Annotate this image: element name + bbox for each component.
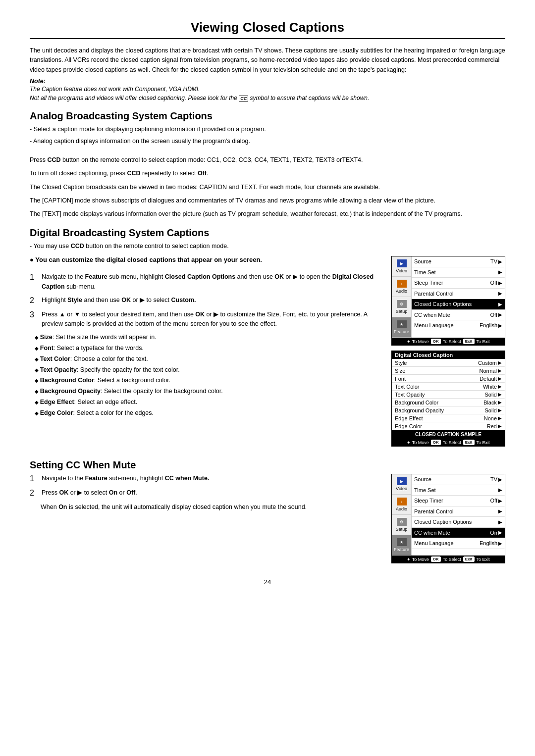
step-2-text: Highlight Style and then use OK or ▶ to …	[42, 296, 196, 306]
setting-cc-text: 1 Navigate to the Feature sub-menu, high…	[30, 474, 381, 568]
digital-section-title: Digital Broadcasting System Captions	[30, 227, 505, 239]
digital-section-body: ● You can customize the digital closed c…	[30, 256, 505, 452]
icon-video-1[interactable]: ▶ Video	[392, 256, 411, 277]
digital-step-1: 1 Navigate to the Feature sub-menu, high…	[30, 272, 381, 292]
menu-row-ccmute-2: CC when Mute On ▶	[412, 528, 505, 539]
analog-para4: The [CAPTION] mode shows subscripts of d…	[30, 196, 505, 205]
menu-footer-2: ✦ To Move OK To Select Exit To Exit	[392, 555, 505, 563]
setting-section: Setting CC When Mute 1 Navigate to the F…	[30, 459, 505, 568]
icon-audio-1[interactable]: ♪ Audio	[392, 277, 411, 297]
cc-options-label-2: Closed Caption Options	[414, 518, 472, 526]
icon-feature-2[interactable]: ★ Feature	[392, 535, 411, 555]
dcc-edgecolor-value: Red ▶	[487, 423, 502, 429]
setting-para: When On is selected, the unit will autom…	[30, 503, 381, 512]
digital-bullet-bold: ● You can customize the digital closed c…	[30, 256, 381, 263]
dcc-exit-btn: Exit	[463, 440, 475, 445]
menu-icons-2: ▶ Video ♪ Audio ⚙ Setup ★	[392, 474, 412, 555]
icon-setup-2[interactable]: ⚙ Setup	[392, 515, 411, 535]
footer-select-2: To Select	[443, 557, 461, 562]
ccmute-value-1: Off ▶	[490, 311, 502, 319]
digital-sub: - You may use CCD button on the remote c…	[30, 242, 505, 251]
note-line-1: The Caption feature does not work with C…	[30, 85, 505, 94]
option-font: Font: Select a typeface for the words.	[30, 344, 381, 353]
dcc-textopacity-value: Solid ▶	[485, 392, 502, 398]
digital-step-3: 3 Press ▲ or ▼ to select your desired it…	[30, 310, 381, 329]
audio-icon-box: ♪	[397, 280, 407, 288]
dcc-size-value: Normal ▶	[480, 368, 502, 374]
ok-btn-2: OK	[431, 556, 441, 562]
step-num-2: 2	[30, 296, 38, 306]
analog-bullet-2: - Analog caption displays information on…	[30, 137, 505, 146]
menu-icons-1: ▶ Video ♪ Audio ⚙ Setup ★ Feature	[392, 256, 412, 338]
video-label-2: Video	[396, 486, 407, 491]
dcc-row-font: Font Default ▶	[392, 375, 505, 383]
dcc-style-value: Custom ▶	[478, 360, 502, 366]
menu-row-source-1: Source TV ▶	[412, 256, 505, 267]
audio-label-1: Audio	[396, 289, 407, 294]
parental-label-1: Parental Control	[414, 290, 454, 298]
dcc-row-style: Style Custom ▶	[392, 359, 505, 367]
menu-row-parental-1: Parental Control ▶	[412, 289, 505, 300]
dcc-bgcolor-value: Black ▶	[483, 400, 502, 405]
analog-para5: The [TEXT] mode displays various informa…	[30, 209, 505, 219]
setting-step-2-text: Press OK or ▶ to select On or Off.	[42, 488, 137, 499]
menu-panel-2: ▶ Video ♪ Audio ⚙ Setup ★	[391, 474, 505, 563]
exit-btn-2: Exit	[463, 556, 475, 562]
setting-cc-flex: 1 Navigate to the Feature sub-menu, high…	[30, 474, 505, 568]
cc-options-label-1: Closed Caption Options	[414, 300, 472, 308]
intro-text: The unit decodes and displays the closed…	[30, 46, 505, 75]
analog-para2: To turn off closed captioning, press CCD…	[30, 169, 505, 178]
menu-row-cc-options-1: Closed Caption Options ▶	[412, 299, 505, 310]
menu-row-source-2: Source TV ▶	[412, 474, 505, 485]
setting-step-num-1: 1	[30, 474, 38, 484]
dcc-row-textopacity: Text Opacity Solid ▶	[392, 391, 505, 399]
note-label: Note:	[30, 78, 505, 85]
dcc-footer-exit: To Exit	[477, 440, 490, 445]
lang-value-2: English ▶	[480, 539, 502, 548]
analog-bullet-1: - Select a caption mode for displaying c…	[30, 125, 505, 134]
note-line-2: Not all the programs and videos will off…	[30, 94, 505, 102]
ccmute-value-2: On ▶	[490, 529, 502, 537]
menu-footer-1: ✦ To Move OK To Select Exit To Exit	[392, 338, 505, 345]
ccmute-label-2: CC when Mute	[414, 529, 450, 537]
dcc-footer-nav: ✦ To Move	[407, 440, 428, 445]
analog-para1: Press CCD button on the remote control t…	[30, 155, 505, 165]
timeset-value-2: ▶	[498, 486, 502, 494]
setting-step-2: 2 Press OK or ▶ to select On or Off.	[30, 488, 381, 499]
icon-video-2[interactable]: ▶ Video	[392, 474, 411, 495]
dcc-font-label: Font	[395, 376, 406, 382]
title-divider	[30, 38, 505, 39]
step-1-text: Navigate to the Feature sub-menu, highli…	[42, 272, 381, 292]
menu-row-lang-1: Menu Language English ▶	[412, 320, 505, 331]
sleep-value-2: Off ▶	[490, 497, 502, 505]
icon-audio-2[interactable]: ♪ Audio	[392, 495, 411, 515]
digital-step-2: 2 Highlight Style and then use OK or ▶ t…	[30, 296, 381, 306]
menu-row-lang-2: Menu Language English ▶	[412, 538, 505, 549]
video-label-1: Video	[396, 268, 407, 273]
dcc-bgopacity-label: Background Opacity	[395, 407, 444, 413]
icon-setup-1[interactable]: ⚙ Setup	[392, 297, 411, 317]
timeset-label-1: Time Set	[414, 268, 436, 277]
dcc-bgopacity-value: Solid ▶	[485, 407, 502, 413]
setup-icon-box-2: ⚙	[397, 518, 407, 526]
video-icon-box: ▶	[397, 259, 407, 267]
dcc-panel-title: Digital Closed Caption	[392, 351, 505, 359]
setting-step-1: 1 Navigate to the Feature sub-menu, high…	[30, 474, 381, 484]
dcc-row-size: Size Normal ▶	[392, 367, 505, 375]
setup-icon-box: ⚙	[397, 300, 407, 308]
video-icon-box-2: ▶	[397, 477, 407, 485]
source-label-1: Source	[414, 257, 431, 266]
menu-row-timeset-1: Time Set ▶	[412, 267, 505, 278]
footer-exit-2: To Exit	[477, 557, 490, 562]
menu-row-ccmute-1: CC when Mute Off ▶	[412, 310, 505, 321]
dcc-style-label: Style	[395, 360, 407, 366]
icon-feature-1[interactable]: ★ Feature	[392, 317, 411, 338]
audio-label-2: Audio	[396, 506, 407, 511]
option-size: Size: Set the size the words will appear…	[30, 333, 381, 342]
cc-options-value-1: ▶	[498, 301, 502, 308]
step-3-text: Press ▲ or ▼ to select your desired item…	[42, 310, 381, 329]
setup-label-2: Setup	[396, 527, 408, 532]
setting-step-num-2: 2	[30, 488, 38, 499]
lang-label-2: Menu Language	[414, 539, 454, 548]
footer-exit-1: To Exit	[477, 339, 490, 344]
